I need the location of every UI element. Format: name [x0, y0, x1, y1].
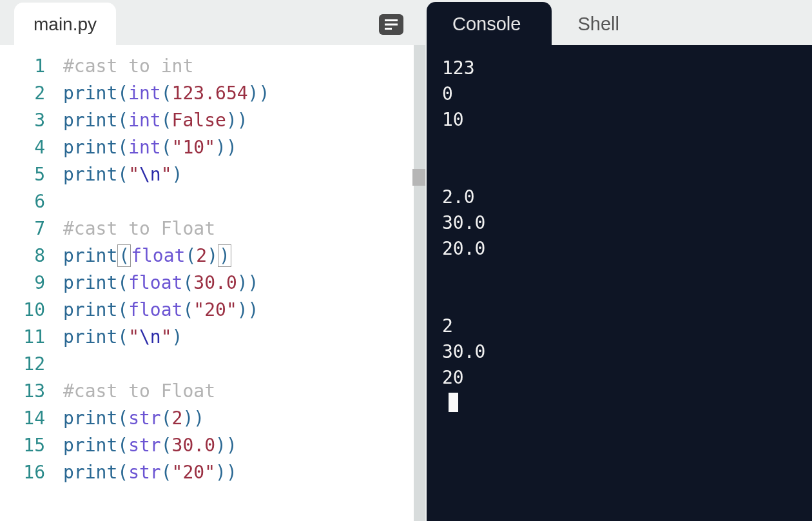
- line-number: 2: [0, 80, 45, 107]
- line-number: 9: [0, 270, 45, 297]
- line-number: 10: [0, 297, 45, 324]
- wrap-icon: [383, 17, 399, 32]
- code-line[interactable]: print(str("20")): [63, 459, 425, 486]
- code-editor[interactable]: 12345678910111213141516 #cast to intprin…: [0, 45, 425, 521]
- code-line[interactable]: print("\n"): [63, 161, 425, 188]
- line-number: 15: [0, 432, 45, 459]
- code-lines[interactable]: #cast to intprint(int(123.654))print(int…: [63, 53, 425, 521]
- line-number: 5: [0, 161, 45, 188]
- tab-shell[interactable]: Shell: [552, 2, 650, 45]
- console-text: 123 0 10 2.0 30.0 20.0 2 30.0 20: [442, 57, 485, 388]
- code-line[interactable]: print(float("20")): [63, 297, 425, 324]
- code-line[interactable]: print(int(False)): [63, 107, 425, 134]
- scrollbar-thumb[interactable]: [412, 169, 425, 186]
- svg-rect-2: [385, 28, 392, 30]
- line-number: 14: [0, 405, 45, 432]
- svg-rect-1: [385, 24, 398, 26]
- line-number: 16: [0, 459, 45, 486]
- line-number: 8: [0, 242, 45, 270]
- code-line[interactable]: print(float(30.0)): [63, 270, 425, 297]
- line-number: 3: [0, 107, 45, 134]
- tab-console-label: Console: [452, 14, 521, 34]
- gutter: 12345678910111213141516: [0, 53, 63, 521]
- line-number: 6: [0, 188, 45, 215]
- line-number: 4: [0, 134, 45, 161]
- editor-tabs: main.py: [0, 0, 425, 45]
- console-tabs: Console Shell: [427, 0, 812, 45]
- line-number: 1: [0, 53, 45, 80]
- wrap-toggle-button[interactable]: [379, 14, 403, 35]
- console-output[interactable]: 123 0 10 2.0 30.0 20.0 2 30.0 20: [427, 45, 812, 521]
- code-line[interactable]: print(int("10")): [63, 134, 425, 161]
- editor-pane: main.py 12345678910111213141516 #cast to…: [0, 0, 425, 521]
- cursor: [449, 393, 458, 412]
- code-line[interactable]: print(str(30.0)): [63, 432, 425, 459]
- line-number: 12: [0, 351, 45, 378]
- code-line[interactable]: print("\n"): [63, 324, 425, 351]
- code-line[interactable]: #cast to Float: [63, 378, 425, 405]
- code-line[interactable]: print(int(123.654)): [63, 80, 425, 107]
- svg-rect-0: [385, 19, 398, 21]
- file-tab-label: main.py: [34, 14, 97, 34]
- output-pane: Console Shell 123 0 10 2.0 30.0 20.0 2 3…: [427, 0, 812, 521]
- code-line[interactable]: [63, 351, 425, 378]
- code-line[interactable]: print(str(2)): [63, 405, 425, 432]
- code-line[interactable]: print(float(2)): [63, 242, 425, 270]
- tab-console[interactable]: Console: [427, 2, 552, 45]
- code-line[interactable]: [63, 188, 425, 215]
- tab-shell-label: Shell: [577, 14, 619, 34]
- line-number: 13: [0, 378, 45, 405]
- file-tab[interactable]: main.py: [14, 3, 116, 45]
- line-number: 11: [0, 324, 45, 351]
- code-line[interactable]: #cast to int: [63, 53, 425, 80]
- line-number: 7: [0, 215, 45, 242]
- code-line[interactable]: #cast to Float: [63, 215, 425, 242]
